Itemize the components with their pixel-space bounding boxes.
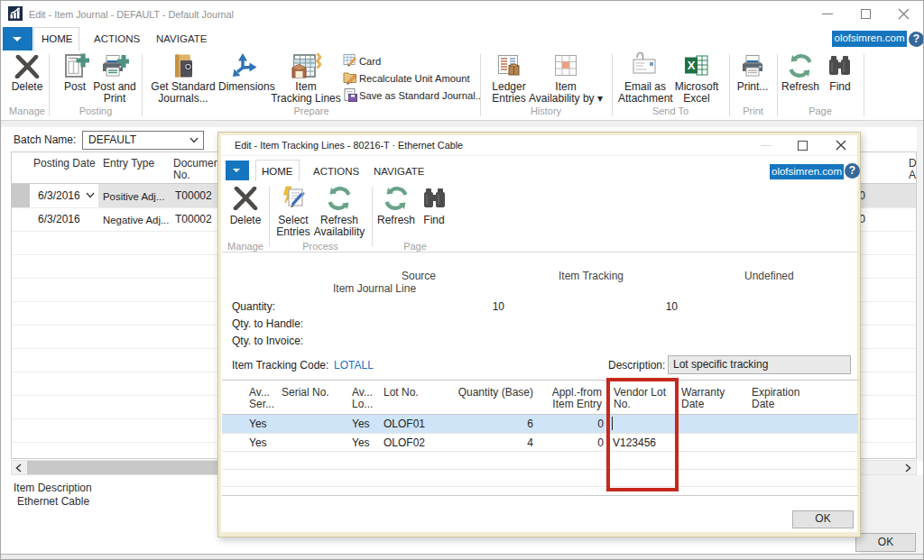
svg-text:X: X: [688, 59, 696, 72]
